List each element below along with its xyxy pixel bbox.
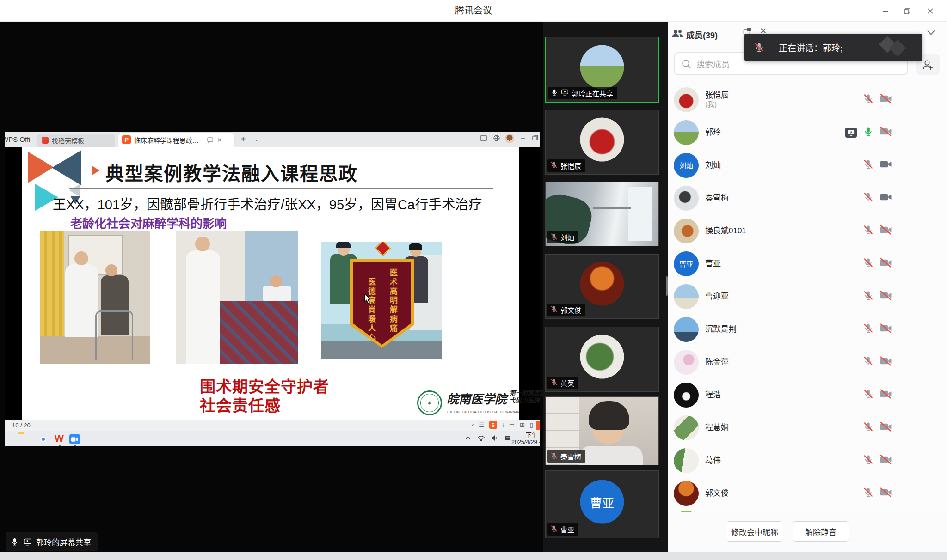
play-button-clipped[interactable] xyxy=(536,421,540,430)
taskbar-clock[interactable]: 下午 19:0 2025/4/29 星期二 xyxy=(511,432,540,446)
grid-view-icon[interactable]: ⊞ xyxy=(520,421,525,428)
member-row[interactable]: 操良斌0101 xyxy=(668,214,947,247)
slide-page-indicator: 10 / 20 xyxy=(12,422,31,429)
member-name: 郭玲 xyxy=(705,128,721,137)
tencent-meeting-taskbar-icon[interactable] xyxy=(69,434,80,444)
member-mic-icon[interactable] xyxy=(863,454,873,467)
member-mic-icon[interactable] xyxy=(863,93,873,106)
tile-name-label: 张恺辰 xyxy=(547,159,585,172)
window-titlebar: 腾讯会议 xyxy=(0,0,947,22)
member-row[interactable]: 郭玲 xyxy=(668,116,947,149)
volume-icon[interactable] xyxy=(491,435,498,441)
member-camera-icon[interactable] xyxy=(879,192,892,204)
member-mic-icon[interactable] xyxy=(863,356,873,368)
member-mic-icon[interactable] xyxy=(863,225,873,237)
avatar-cat xyxy=(674,186,699,211)
normal-view-icon[interactable]: ▭ xyxy=(509,421,515,428)
rename-button[interactable]: 修改会中昵称 xyxy=(726,521,783,542)
slide-sorter-icon[interactable]: ☰ xyxy=(479,421,484,428)
member-row[interactable]: 刘灿 刘灿 xyxy=(668,149,947,182)
member-mic-icon[interactable] xyxy=(863,389,873,401)
video-tile[interactable]: 曹亚 曹亚 xyxy=(545,470,659,538)
globe-icon[interactable] xyxy=(493,134,500,142)
prev-slide-icon[interactable]: ‹ xyxy=(472,421,474,428)
tile-name: 秦雪梅 xyxy=(560,451,581,461)
window-minimize-button[interactable] xyxy=(880,6,891,17)
member-camera-icon[interactable] xyxy=(879,159,892,171)
wifi-icon[interactable] xyxy=(477,435,485,441)
member-row[interactable]: 曹迎亚 xyxy=(668,280,947,313)
video-tile[interactable]: 刘灿 xyxy=(545,182,659,246)
window-close-button[interactable] xyxy=(925,6,936,17)
browser-avatar[interactable] xyxy=(505,134,514,143)
tab-close-icon[interactable]: ✕ xyxy=(217,136,222,144)
tab-list-caret-icon[interactable]: ⌄ xyxy=(254,132,259,147)
member-mic-icon[interactable] xyxy=(863,421,873,434)
org-sub1: 第一附属医院 xyxy=(510,390,546,397)
member-row[interactable]: 沉默是荆 xyxy=(668,313,947,346)
member-mic-icon[interactable] xyxy=(863,290,873,303)
video-tile[interactable]: 郭文俊 xyxy=(545,254,659,319)
wps-s-badge-icon[interactable]: S xyxy=(489,421,497,429)
close-icon xyxy=(927,7,934,15)
member-camera-icon[interactable] xyxy=(879,356,892,368)
member-mic-icon[interactable] xyxy=(863,323,873,335)
wps-minimize-icon[interactable] xyxy=(520,135,526,142)
member-mic-icon[interactable] xyxy=(863,126,873,139)
member-row[interactable]: 秦雪梅 xyxy=(668,182,947,214)
wps-writer-icon[interactable]: W xyxy=(55,433,64,444)
pen-input-icon[interactable] xyxy=(504,435,511,441)
member-camera-icon[interactable] xyxy=(879,455,892,466)
video-tile[interactable]: 黄英 xyxy=(545,327,659,392)
member-mic-icon[interactable] xyxy=(863,159,873,171)
member-camera-icon[interactable] xyxy=(879,291,892,302)
photo-plaid-blanket xyxy=(220,301,298,364)
member-camera-icon[interactable] xyxy=(879,323,892,335)
tencent-meeting-window: 腾讯会议 WPS Office 找稻壳模板 P 临床麻醉学课程思政集体备课 ✕ … xyxy=(0,0,947,560)
member-camera-icon[interactable] xyxy=(879,94,892,105)
member-row[interactable]: 张恺辰 (我) xyxy=(668,83,947,116)
tray-expand-icon[interactable] xyxy=(465,436,471,440)
member-mic-icon[interactable] xyxy=(863,257,873,270)
notes-icon[interactable]: ⁞ xyxy=(502,421,504,428)
member-row[interactable]: 程慧娴 xyxy=(668,411,947,444)
video-tile[interactable]: 张恺辰 xyxy=(545,110,659,175)
member-camera-icon[interactable] xyxy=(879,225,892,237)
member-camera-icon[interactable] xyxy=(879,127,892,138)
tab-active-presentation[interactable]: P 临床麻醉学课程思政集体备课 ✕ xyxy=(118,133,234,147)
video-tile[interactable]: 秦雪梅 xyxy=(545,396,659,465)
avatar-basketball xyxy=(674,219,699,243)
tile-name: 张恺辰 xyxy=(560,161,581,170)
member-row[interactable]: 陈金萍 xyxy=(668,346,947,378)
photo-elderly-patient-walker xyxy=(40,231,150,364)
member-camera-icon[interactable] xyxy=(879,389,892,401)
member-row[interactable]: 曹亚 曹亚 xyxy=(668,247,947,280)
avatar-sunset xyxy=(580,262,624,306)
unmute-button[interactable]: 解除静音 xyxy=(793,521,849,542)
comment-icon xyxy=(207,136,214,143)
wps-restore-icon[interactable] xyxy=(532,134,538,141)
member-mic-icon[interactable] xyxy=(863,192,873,204)
member-row[interactable]: 程浩 xyxy=(668,378,947,411)
tile-mic-icon xyxy=(550,378,558,388)
member-camera-icon[interactable] xyxy=(879,258,892,269)
pennant-text-left: 医德高尚暖人心 xyxy=(365,278,377,342)
tab-docer-templates[interactable]: 找稻壳模板 xyxy=(37,134,115,147)
tile-name-label: 郭玲正在共享 xyxy=(548,87,617,99)
avatar-glass-on-beach xyxy=(674,284,699,309)
member-camera-icon[interactable] xyxy=(879,487,892,499)
logo-triangle-orange xyxy=(28,152,54,183)
reading-view-icon[interactable]: ▯ xyxy=(530,421,533,428)
window-restore-button[interactable] xyxy=(902,6,913,17)
member-mic-icon[interactable] xyxy=(863,487,873,499)
new-tab-button[interactable]: + xyxy=(240,132,246,147)
sidebar-toggle-icon[interactable] xyxy=(480,134,487,142)
member-row[interactable]: 葛伟 xyxy=(668,444,947,477)
window-title: 腾讯会议 xyxy=(0,0,947,22)
panel-collapse-chevron-icon[interactable] xyxy=(927,30,935,36)
avatar-framed-artwork xyxy=(674,415,699,440)
member-camera-icon[interactable] xyxy=(879,422,892,433)
screen-share-banner[interactable]: 郭玲的屏幕共享 xyxy=(6,532,98,551)
video-tile[interactable]: 郭玲正在共享 xyxy=(545,37,659,103)
member-row[interactable]: 郭文俊 xyxy=(668,477,947,510)
